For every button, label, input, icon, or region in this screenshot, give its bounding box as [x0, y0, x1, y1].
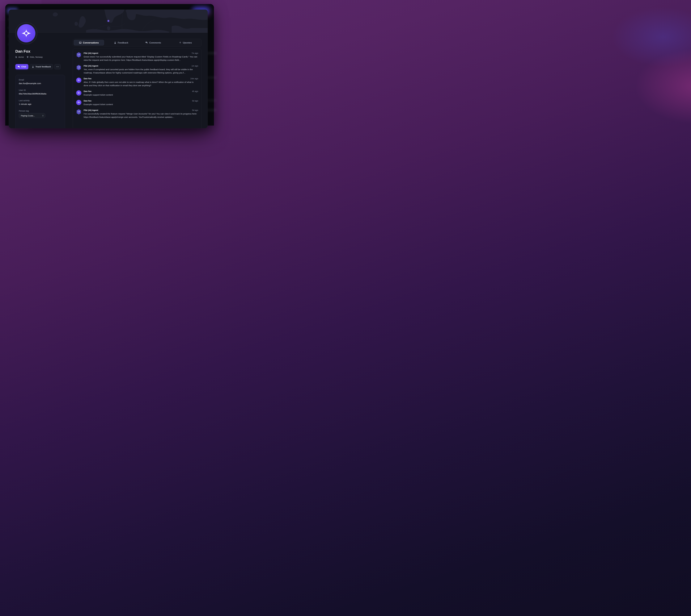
- email-value: dan.fox@example.com: [19, 82, 62, 85]
- activity-tabs: Conversations Feedback Comments Upvotes: [73, 39, 202, 47]
- conversation-timestamp: 5d ago: [192, 109, 198, 111]
- conversation-preview: Yes, even if completed and canceled post…: [84, 68, 198, 74]
- ellipsis-icon: [56, 66, 57, 67]
- building-icon: [15, 56, 17, 58]
- conversation-preview: I've successfully created the feature re…: [84, 112, 198, 119]
- email-label: Email: [19, 79, 62, 81]
- tab-comments[interactable]: Comments: [138, 40, 169, 46]
- fibi-bot-icon: [76, 109, 81, 114]
- conversation-preview: Example support ticket content: [84, 103, 198, 106]
- inbox-icon: [79, 41, 82, 44]
- conversation-author: Dan fox: [84, 100, 91, 102]
- user-id-value: 68a764e39ac080ff60638a8a: [19, 92, 62, 95]
- last-activity-value: 1 minute ago: [19, 103, 62, 105]
- location-item: Oslo, Norway: [26, 56, 43, 58]
- user-avatar: [76, 78, 81, 83]
- conversation-timestamp: 1m ago: [191, 65, 198, 67]
- conversation-author: Fibi (AI) Agent: [84, 52, 98, 54]
- conversation-list: Fibi (AI) Agent 7m ago Great news! I've …: [73, 48, 202, 123]
- tab-feedback[interactable]: Feedback: [106, 40, 137, 46]
- conversation-timestamp: 5d ago: [192, 100, 198, 102]
- profile-avatar: [15, 22, 37, 44]
- conversation-timestamp: 24m ago: [190, 78, 198, 80]
- conversation-item[interactable]: Dan fox 5d ago Example support ticket co…: [76, 100, 198, 106]
- location-map: [9, 10, 208, 33]
- conversation-item[interactable]: Dan fox 24m ago Also, If I hide globally…: [76, 78, 198, 87]
- selector-chevrons-icon: [42, 115, 44, 117]
- chat-button-label: Chat: [21, 65, 26, 68]
- track-feedback-label: Track feedback: [35, 65, 51, 68]
- chat-bubbles-icon: [18, 66, 20, 68]
- conversation-preview: Example support ticket content: [84, 93, 198, 96]
- conversation-timestamp: 4h ago: [192, 90, 198, 92]
- compass-star-icon: [77, 91, 80, 94]
- comments-icon: [145, 41, 148, 44]
- person-tag-select[interactable]: Paying Custo...: [19, 113, 45, 118]
- tab-conversations[interactable]: Conversations: [74, 40, 104, 46]
- activity-panel: Conversations Feedback Comments Upvotes: [73, 39, 202, 123]
- tab-upvotes[interactable]: Upvotes: [170, 40, 201, 46]
- profile-meta: Acme Oslo, Norway: [15, 56, 43, 58]
- company-label: Acme: [18, 56, 24, 58]
- feedback-icon: [32, 66, 34, 68]
- compass-star-icon: [77, 101, 80, 104]
- person-tag-label: Person tag: [19, 110, 62, 112]
- map-pin-icon: [26, 56, 29, 58]
- fibi-avatar: [76, 109, 81, 114]
- location-dot: [108, 20, 109, 22]
- company-item: Acme: [15, 56, 24, 58]
- profile-actions: Chat Track feedback: [15, 64, 61, 69]
- chat-button[interactable]: Chat: [15, 64, 28, 69]
- location-label: Oslo, Norway: [30, 56, 43, 58]
- user-avatar: [76, 90, 81, 95]
- feedback-icon: [114, 41, 117, 44]
- fibi-bot-icon: [76, 65, 81, 70]
- person-tag-value: Paying Custo...: [21, 114, 35, 117]
- conversation-item[interactable]: Fibi (AI) Agent 7m ago Great news! I've …: [76, 52, 198, 62]
- last-activity-label: Last activity: [19, 99, 62, 102]
- conversation-item[interactable]: Fibi (AI) Agent 1m ago Yes, even if comp…: [76, 65, 198, 74]
- conversation-author: Fibi (AI) Agent: [84, 65, 98, 67]
- user-id-label: User ID: [19, 89, 62, 91]
- user-profile-modal: Dan Fox Acme Oslo, Norway Chat Track fee…: [9, 9, 208, 123]
- conversation-item[interactable]: Fibi (AI) Agent 5d ago I've successfully…: [76, 109, 198, 119]
- compass-star-icon: [21, 28, 32, 39]
- fibi-avatar: [76, 52, 81, 58]
- conversation-preview: Great news! I've successfully submitted …: [84, 55, 198, 62]
- world-map-graphic: [9, 10, 208, 32]
- conversation-timestamp: 7m ago: [191, 52, 198, 54]
- conversation-author: Dan fox: [84, 90, 91, 92]
- conversation-preview: Also, If I hide globally then users are …: [84, 81, 198, 87]
- fibi-avatar: [76, 65, 81, 70]
- track-feedback-button[interactable]: Track feedback: [29, 64, 53, 69]
- avatar-compass-badge: [17, 24, 35, 42]
- user-details-card: Email dan.fox@example.com User ID 68a764…: [15, 75, 65, 123]
- compass-star-icon: [77, 79, 80, 82]
- profile-name: Dan Fox: [15, 49, 30, 53]
- user-avatar: [76, 100, 81, 105]
- more-options-button[interactable]: [54, 64, 61, 69]
- fibi-bot-icon: [76, 52, 81, 58]
- upvote-arrow-icon: [179, 41, 182, 44]
- conversation-item[interactable]: Dan fox 4h ago Example support ticket co…: [76, 90, 198, 96]
- conversation-author: Fibi (AI) Agent: [84, 109, 98, 111]
- conversation-author: Dan fox: [84, 78, 91, 80]
